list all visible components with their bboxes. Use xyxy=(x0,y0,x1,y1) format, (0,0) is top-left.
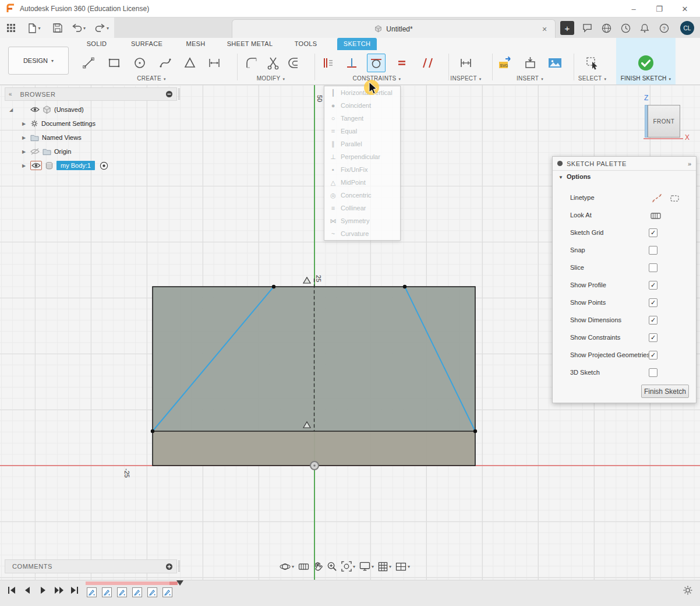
show-projected-geometries-checkbox[interactable] xyxy=(649,351,657,360)
browser-item-my-body[interactable]: ▶ my Body:1 xyxy=(5,158,111,172)
equal-constraint-button[interactable] xyxy=(393,54,411,72)
measure-tool-button[interactable] xyxy=(457,54,475,72)
new-document-tab-button[interactable]: + xyxy=(560,21,574,35)
collapse-icon[interactable]: « xyxy=(9,91,12,97)
user-avatar[interactable]: CL xyxy=(680,21,694,35)
fit-button[interactable]: ▾ xyxy=(341,561,355,572)
constraints-menu-item[interactable]: ●Coincident xyxy=(324,99,400,112)
workspace-selector[interactable]: DESIGN ▾ xyxy=(8,47,69,75)
display-settings-button[interactable]: ▾ xyxy=(359,562,374,571)
document-tab[interactable]: Untitled* ✕ xyxy=(232,19,556,38)
play-button[interactable] xyxy=(38,586,48,595)
step-forward-button[interactable] xyxy=(54,586,63,595)
sketch-grid-checkbox[interactable] xyxy=(649,228,657,237)
expand-arrow-icon[interactable]: ▶ xyxy=(22,121,28,126)
timeline-feature-sketch[interactable] xyxy=(87,587,97,597)
parallel-constraint-button[interactable] xyxy=(418,54,437,72)
expand-icon[interactable]: » xyxy=(688,160,691,167)
expand-arrow-icon[interactable]: ▶ xyxy=(22,149,28,154)
help-icon[interactable]: ? xyxy=(658,22,670,34)
polygon-tool-button[interactable] xyxy=(181,54,199,72)
line-tool-button[interactable] xyxy=(79,54,98,72)
trim-tool-button[interactable] xyxy=(264,54,282,72)
slice-checkbox[interactable] xyxy=(649,263,657,272)
ribbon-tab-solid[interactable]: SOLID xyxy=(79,38,114,50)
browser-item-origin[interactable]: ▶ Origin xyxy=(5,145,71,158)
horizontal-vertical-constraint-button[interactable] xyxy=(318,54,337,72)
centerline-linetype-icon[interactable] xyxy=(652,193,662,203)
sketch-point[interactable] xyxy=(272,285,275,288)
timeline-settings-gear-icon[interactable] xyxy=(683,585,693,596)
browser-resize-handle[interactable] xyxy=(178,89,180,100)
comments-panel[interactable]: COMMENTS xyxy=(5,559,177,573)
insert-canvas-button[interactable] xyxy=(546,54,564,72)
show-points-checkbox[interactable] xyxy=(649,298,657,307)
file-menu-button[interactable]: ▾ xyxy=(24,22,44,34)
add-comment-icon[interactable] xyxy=(165,563,173,570)
tangent-constraint-button[interactable] xyxy=(367,54,386,72)
constraints-menu-item[interactable]: ▪Fix/UnFix xyxy=(324,163,400,176)
expand-arrow-icon[interactable]: ▶ xyxy=(22,163,28,168)
group-label-select[interactable]: SELECT xyxy=(578,75,607,82)
constraints-menu-item[interactable]: ∥Parallel xyxy=(324,138,400,150)
minimize-button[interactable]: – xyxy=(621,0,646,17)
ribbon-tab-surface[interactable]: SURFACE xyxy=(125,38,169,50)
web-icon[interactable] xyxy=(600,22,612,34)
view-cube[interactable]: Z FRONT X xyxy=(641,90,699,146)
radio-target-icon[interactable] xyxy=(100,161,108,170)
constraints-menu-item[interactable]: ○Tangent xyxy=(324,112,400,125)
timeline-feature-sketch[interactable] xyxy=(102,587,112,597)
constraints-menu-item[interactable]: ≡Collinear xyxy=(324,202,400,214)
group-label-create[interactable]: CREATE xyxy=(137,75,165,82)
constraints-menu-item[interactable]: ⊥Perpendicular xyxy=(324,150,400,163)
look-at-button[interactable] xyxy=(298,562,309,571)
finish-sketch-label[interactable]: FINISH SKETCH xyxy=(621,75,671,82)
sketch-point[interactable] xyxy=(151,429,154,433)
group-label-inspect[interactable]: INSPECT xyxy=(450,75,481,82)
offset-tool-button[interactable] xyxy=(285,54,304,72)
browser-item-document-settings[interactable]: ▶ Document Settings xyxy=(5,117,96,131)
3d-sketch-checkbox[interactable] xyxy=(649,368,657,377)
constraints-menu-item[interactable]: ◎Concentric xyxy=(324,189,400,202)
fillet-tool-button[interactable] xyxy=(242,54,261,72)
timeline-marker[interactable] xyxy=(176,580,183,586)
ribbon-tab-mesh[interactable]: MESH xyxy=(181,38,211,50)
ribbon-tab-tools[interactable]: TOOLS xyxy=(289,38,322,50)
finish-sketch-dialog-button[interactable]: Finish Sketch xyxy=(641,385,689,398)
sketch-dimension-tool-button[interactable] xyxy=(205,54,224,72)
close-button[interactable]: ✕ xyxy=(672,0,698,17)
notifications-bell-icon[interactable] xyxy=(639,22,650,34)
redo-button[interactable]: ▾ xyxy=(92,22,112,34)
constraints-menu-item[interactable]: ~Curvature xyxy=(324,227,400,240)
timeline-rollback-bar[interactable] xyxy=(86,582,178,585)
timeline-feature-sketch[interactable] xyxy=(147,587,157,597)
look-at-icon[interactable] xyxy=(650,210,661,221)
show-constraints-checkbox[interactable] xyxy=(649,333,657,342)
browser-item-named-views[interactable]: ▶ Named Views xyxy=(5,131,82,145)
circle-tool-button[interactable] xyxy=(130,54,149,72)
zoom-button[interactable] xyxy=(327,561,337,572)
orbit-button[interactable]: ▾ xyxy=(280,561,294,572)
timeline-feature-sketch[interactable] xyxy=(132,587,142,597)
spline-tool-button[interactable] xyxy=(156,54,175,72)
expand-arrow-icon[interactable]: ▶ xyxy=(22,135,28,140)
group-label-insert[interactable]: INSERT xyxy=(517,75,543,82)
constraints-menu-item[interactable]: =Equal xyxy=(324,125,400,138)
comments-icon[interactable] xyxy=(581,22,593,34)
sketch-palette-header[interactable]: SKETCH PALETTE » xyxy=(553,157,696,171)
visibility-eye-icon[interactable] xyxy=(30,106,40,113)
rectangle-tool-button[interactable] xyxy=(105,54,123,72)
browser-item-unsaved[interactable]: ◢ (Unsaved) xyxy=(5,103,84,117)
maximize-button[interactable]: ❐ xyxy=(646,0,672,17)
constraints-menu-item[interactable]: ⋈Symmetry xyxy=(324,214,400,227)
ribbon-tab-sheet-metal[interactable]: SHEET METAL xyxy=(224,38,276,50)
grid-settings-button[interactable]: ▾ xyxy=(378,562,391,572)
timeline-feature-sketch[interactable] xyxy=(162,587,172,597)
finish-sketch-button[interactable] xyxy=(637,54,655,72)
show-profile-checkbox[interactable] xyxy=(649,281,657,290)
job-status-clock-icon[interactable] xyxy=(620,22,631,34)
minimize-panel-icon[interactable] xyxy=(165,90,173,98)
show-dimensions-checkbox[interactable] xyxy=(649,316,657,325)
app-grid-icon[interactable] xyxy=(3,22,19,34)
insert-svg-button[interactable]: SVG xyxy=(496,54,514,72)
